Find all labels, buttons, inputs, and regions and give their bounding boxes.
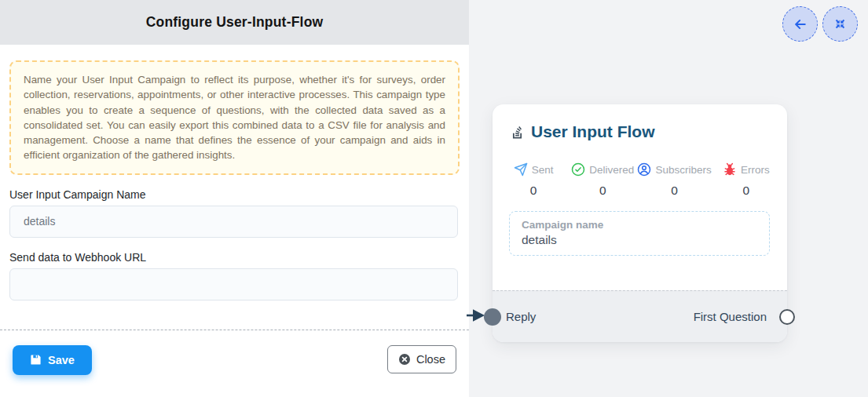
configure-user-input-flow-screen: Configure User-Input-Flow Name your User… — [0, 0, 868, 397]
campaign-name-display[interactable]: Campaign name details — [509, 211, 770, 256]
save-button-label: Save — [48, 354, 75, 366]
stats-row: Sent 0 Delivered 0 — [493, 162, 787, 198]
card-title-row: User Input Flow — [493, 104, 787, 141]
campaign-name-display-label: Campaign name — [522, 219, 757, 231]
campaign-name-display-value: details — [522, 233, 757, 247]
action-bar: Save Close — [9, 330, 460, 375]
stat-value: 0 — [599, 184, 606, 198]
info-callout: Name your User Input Campaign to reflect… — [9, 60, 460, 175]
compress-view-icon — [833, 17, 847, 31]
send-icon — [514, 162, 528, 177]
campaign-name-label: User Input Campaign Name — [9, 188, 460, 201]
back-arrow-icon — [793, 16, 808, 32]
config-panel: Configure User-Input-Flow Name your User… — [0, 0, 469, 397]
fit-view-button[interactable] — [822, 6, 858, 42]
stat-label: Sent — [532, 164, 554, 176]
stat-label: Subscribers — [655, 164, 711, 176]
stat-delivered: Delivered 0 — [568, 162, 637, 198]
first-question-label: First Question — [694, 310, 767, 323]
bug-icon — [723, 162, 737, 177]
page-title: Configure User-Input-Flow — [146, 14, 324, 31]
canvas-controls — [782, 6, 858, 42]
reply-input-handle[interactable] — [484, 308, 501, 326]
stat-value: 0 — [671, 184, 678, 198]
user-input-flow-node[interactable]: User Input Flow Sent 0 — [493, 104, 787, 342]
card-footer: Reply First Question — [493, 290, 787, 342]
campaign-name-input[interactable] — [9, 206, 458, 238]
save-icon — [30, 354, 42, 366]
stat-subscribers: Subscribers 0 — [637, 162, 711, 198]
webhook-url-input[interactable] — [9, 268, 458, 300]
close-button[interactable]: Close — [387, 345, 456, 373]
stat-label: Delivered — [589, 164, 634, 176]
reply-label: Reply — [506, 310, 536, 323]
person-circle-icon — [637, 162, 651, 177]
close-button-label: Close — [416, 353, 445, 366]
first-question-output-port[interactable] — [779, 309, 795, 325]
stat-value: 0 — [743, 184, 750, 198]
back-button[interactable] — [782, 6, 818, 42]
close-icon — [398, 353, 411, 366]
flow-canvas[interactable]: User Input Flow Sent 0 — [469, 0, 868, 397]
card-title: User Input Flow — [531, 122, 655, 141]
stack-icon — [510, 125, 525, 140]
save-button[interactable]: Save — [13, 345, 92, 375]
stat-label: Errors — [741, 164, 770, 176]
check-circle-icon — [571, 162, 585, 177]
panel-header: Configure User-Input-Flow — [0, 0, 469, 45]
stat-value: 0 — [530, 184, 537, 198]
webhook-url-label: Send data to Webhook URL — [9, 251, 460, 264]
panel-body: Name your User Input Campaign to reflect… — [0, 60, 469, 375]
stat-errors: Errors 0 — [712, 162, 781, 198]
stat-sent: Sent 0 — [499, 162, 568, 198]
